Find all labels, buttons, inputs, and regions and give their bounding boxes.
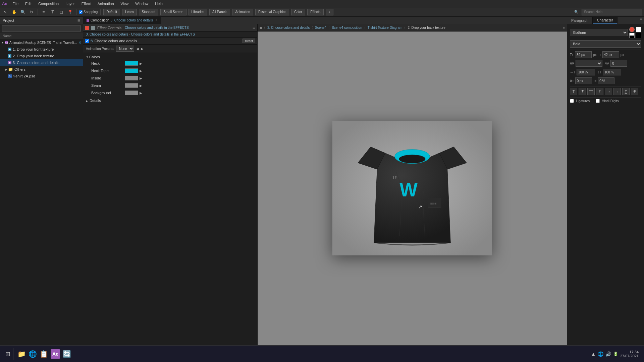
project-item-5[interactable]: Ps t-shirt 2A.psd	[0, 73, 83, 79]
nav-item-1[interactable]: Scene4	[315, 26, 326, 29]
taskbar-files-icon[interactable]: 📁	[17, 350, 26, 358]
viewport-menu-icon[interactable]: ≡	[563, 26, 565, 29]
workspace-color[interactable]: Color	[291, 9, 305, 15]
snapping-checkbox[interactable]	[79, 10, 83, 14]
style-allcaps-btn[interactable]: TT	[587, 88, 595, 95]
effect-enable-checkbox[interactable]	[85, 39, 89, 43]
tray-updown-icon[interactable]: ▲	[591, 351, 596, 357]
workspace-default[interactable]: Default	[103, 9, 120, 15]
workspace-standard[interactable]: Standard	[139, 9, 159, 15]
project-menu-icon[interactable]: ≡	[77, 18, 80, 23]
tray-volume-icon[interactable]: 🔊	[605, 351, 611, 357]
color-arrow-neck[interactable]: ▶	[140, 62, 142, 65]
taskbar-browser-icon[interactable]: 🌐	[29, 350, 37, 358]
tool-move[interactable]: ✋	[11, 9, 17, 15]
start-btn[interactable]: ⊞	[5, 350, 10, 358]
menu-file[interactable]: File	[11, 1, 20, 6]
style-super-btn[interactable]: Tr	[605, 88, 612, 95]
project-item-4[interactable]: ▶ 📁 Others	[0, 66, 83, 73]
anim-presets-select[interactable]: None	[116, 46, 134, 52]
workspace-effects[interactable]: Effects	[307, 9, 323, 15]
nav-item-2[interactable]: Scene4-composition	[332, 26, 362, 29]
menu-edit[interactable]: Edit	[24, 1, 33, 6]
font-family-select[interactable]: Gotham	[570, 29, 628, 36]
project-item-0[interactable]: ▼ Ae Animated Mockup SCENES- T-shirt Tra…	[0, 39, 83, 46]
menu-view[interactable]: View	[119, 1, 130, 6]
workspace-smallscreen[interactable]: Small Screen	[160, 9, 186, 15]
tool-text[interactable]: T	[49, 9, 56, 15]
taskbar-ae-icon[interactable]: Ae	[51, 349, 60, 359]
workspace-learn[interactable]: Learn	[122, 9, 137, 15]
scale-h-input[interactable]	[577, 69, 595, 75]
effect-reset-btn[interactable]: Reset	[243, 39, 255, 43]
font-style-select[interactable]: Bold Regular Italic	[570, 40, 641, 48]
fill-black-swatch[interactable]	[636, 33, 641, 38]
color-arrow-seam[interactable]: ▶	[140, 84, 142, 87]
preset-next-btn[interactable]: ▶	[141, 47, 144, 51]
style-sub-btn[interactable]: T	[613, 88, 621, 95]
workspace-libraries[interactable]: Libraries	[189, 9, 207, 15]
leading-input[interactable]	[602, 51, 619, 58]
tray-network-icon[interactable]: 🌐	[598, 351, 603, 357]
tool-rotate[interactable]: ↻	[28, 9, 35, 15]
style-strikeout-btn[interactable]: T	[631, 88, 638, 95]
preset-prev-btn[interactable]: ◀	[136, 47, 139, 51]
tool-pen[interactable]: ✒	[41, 9, 47, 15]
nav-item-4[interactable]: 2. Drop your back texture	[408, 26, 445, 29]
project-item-2[interactable]: ▶ 2. Drop your back texture	[0, 53, 83, 59]
color-arrow-neck-tape[interactable]: ▶	[140, 69, 142, 73]
menu-animation[interactable]: Animation	[96, 1, 115, 6]
workspace-more[interactable]: »	[326, 9, 334, 15]
hindi-digits-checkbox[interactable]	[596, 99, 600, 103]
tray-battery-icon[interactable]: 🔋	[613, 352, 618, 356]
paragraph-tab[interactable]: Paragraph	[567, 17, 593, 24]
font-size-input[interactable]	[575, 51, 592, 58]
color-swatch-neck[interactable]	[125, 61, 138, 66]
menu-help[interactable]: Help	[154, 1, 164, 6]
fill-color-swatch[interactable]	[629, 27, 635, 32]
color-swatch-neck-tape[interactable]	[125, 68, 138, 73]
kerning-select[interactable]	[576, 60, 602, 67]
baseline-input[interactable]	[575, 77, 592, 84]
color-swatch-background[interactable]	[125, 90, 138, 95]
project-item-3[interactable]: ◼ 3. Choose colors and details	[0, 59, 83, 66]
color-swatch-inside[interactable]	[125, 76, 138, 80]
style-underline-btn[interactable]: T	[622, 88, 630, 95]
menu-effect[interactable]: Effect	[80, 1, 92, 6]
nav-item-0[interactable]: 3. Choose colors and details	[267, 26, 310, 29]
menu-layer[interactable]: Layer	[64, 1, 76, 6]
menu-composition[interactable]: Composition	[37, 1, 60, 6]
tool-puppet[interactable]: 📍	[67, 9, 73, 15]
color-arrow-inside[interactable]: ▶	[140, 76, 142, 80]
taskbar-creative-icon[interactable]: 🔄	[63, 350, 71, 358]
color-arrow-background[interactable]: ▶	[140, 91, 142, 95]
tool-zoom[interactable]: 🔍	[19, 9, 26, 15]
right-panel-menu-icon[interactable]: ≡	[638, 17, 644, 24]
style-bold-btn[interactable]: T	[570, 88, 577, 95]
search-input[interactable]	[582, 9, 642, 15]
tool-shape[interactable]: ◻	[58, 9, 65, 15]
color-swatch-seam[interactable]	[125, 83, 138, 88]
tsume-input[interactable]	[598, 77, 614, 84]
style-smallcaps-btn[interactable]: T	[596, 88, 603, 95]
style-italic-btn[interactable]: T	[579, 88, 586, 95]
stroke-white-swatch[interactable]	[636, 27, 641, 32]
workspace-animation[interactable]: Animation	[232, 9, 253, 15]
menu-window[interactable]: Window	[134, 1, 150, 6]
project-search-input[interactable]	[2, 25, 81, 32]
tool-select[interactable]: ↖	[2, 9, 9, 15]
tracking-input[interactable]	[610, 60, 627, 67]
stroke-color-swatch[interactable]	[629, 33, 635, 38]
colors-section-header[interactable]: ▼ Colors	[83, 54, 257, 60]
taskbar-notes-icon[interactable]: 📋	[40, 350, 48, 358]
workspace-allpanels[interactable]: All Panels	[209, 9, 230, 15]
details-section[interactable]: ▶ Details	[83, 98, 257, 103]
effect-panel-menu-icon[interactable]: ≡	[253, 25, 255, 31]
nav-item-3[interactable]: T-shirt Texture Diagram	[368, 26, 402, 29]
character-tab[interactable]: Character	[593, 17, 617, 24]
workspace-essentialgraphics[interactable]: Essential Graphics	[255, 9, 289, 15]
scale-v-input[interactable]	[603, 69, 621, 75]
project-item-1[interactable]: ▶ 1. Drop your front texture	[0, 46, 83, 53]
ligatures-checkbox[interactable]	[570, 99, 574, 103]
comp-tab-active[interactable]: Composition 3. Choose colors and details…	[83, 17, 161, 24]
